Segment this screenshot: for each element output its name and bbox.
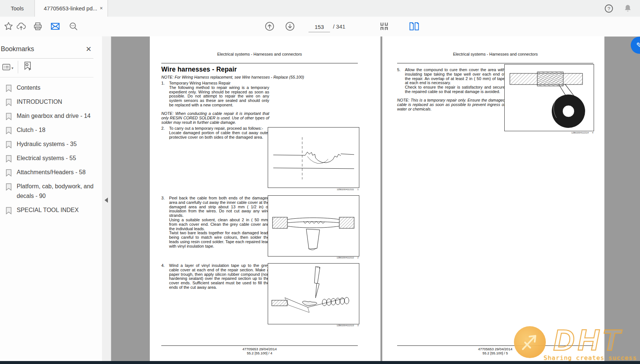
watermark-logo-circle bbox=[514, 326, 546, 358]
bottom-edge-bar bbox=[0, 361, 640, 364]
page-header: Electrical systems - Harnesses and conne… bbox=[185, 52, 334, 56]
note-replace: NOTE: For Wiring Harness replacement, se… bbox=[161, 75, 360, 80]
note-temporary: NOTE: This is a temporary repair only. E… bbox=[397, 98, 505, 111]
bookmark-label: Main gearbox and drive - 14 bbox=[17, 111, 90, 121]
page-thumbnails-icon[interactable] bbox=[379, 21, 389, 32]
bookmark-item-hydraulic[interactable]: Hydraulic systems - 35 bbox=[0, 137, 102, 151]
header-rule bbox=[161, 63, 358, 63]
tab-document[interactable]: 47705653-linked pd... × bbox=[34, 0, 108, 17]
document-tab-title: 47705653-linked pd... bbox=[44, 0, 97, 17]
bookmark-label: INTRODUCTION bbox=[17, 97, 62, 107]
figure-caption: 1ZB020041121133 bbox=[268, 324, 359, 327]
step-2: 2. To carry out a temporary repair, proc… bbox=[161, 126, 269, 139]
svg-text:?: ? bbox=[607, 6, 610, 11]
section-title: Wire harnesses - Repair bbox=[161, 66, 237, 73]
page-footer: 47705653 29/04/2014 55.2 [55.100] / 4 bbox=[161, 347, 358, 355]
email-icon[interactable] bbox=[50, 21, 60, 32]
step-5: 5. Allow the compound to cure then cover… bbox=[397, 68, 505, 94]
search-icon[interactable] bbox=[68, 21, 79, 32]
chevron-down-icon[interactable]: ▾ bbox=[11, 66, 13, 70]
figure-damaged-cable bbox=[268, 127, 359, 188]
tab-tools[interactable]: Tools bbox=[0, 0, 34, 17]
step-4: 4. Wind a layer of vinyl insulation tape… bbox=[161, 264, 269, 290]
print-icon[interactable] bbox=[33, 21, 43, 32]
panel-close-icon[interactable]: ✕ bbox=[85, 45, 93, 53]
footer-rule bbox=[161, 345, 358, 346]
collapse-panel-arrow-icon[interactable] bbox=[105, 198, 108, 203]
bookmark-item-main-gearbox[interactable]: Main gearbox and drive - 14 bbox=[0, 109, 102, 123]
watermark-brand: DHT bbox=[553, 323, 623, 357]
figure-caption: 1ZB020041121111 bbox=[268, 188, 359, 191]
page-number-input[interactable] bbox=[309, 21, 330, 32]
bookmark-icon bbox=[6, 169, 12, 177]
bookmark-label: Hydraulic systems - 35 bbox=[17, 139, 77, 149]
bookmark-label: Attachments/Headers - 58 bbox=[17, 168, 86, 177]
bookmark-item-introduction[interactable]: INTRODUCTION bbox=[0, 95, 102, 109]
main-toolbar: / 341 ✎ bbox=[0, 17, 640, 37]
bookmark-item-contents[interactable]: Contents bbox=[0, 81, 102, 95]
arrow-up-right-icon bbox=[514, 326, 546, 358]
tab-bar: Tools 47705653-linked pd... × ? bbox=[0, 0, 640, 17]
bookmark-icon bbox=[6, 113, 12, 120]
panel-toolbar-divider bbox=[18, 61, 18, 73]
figure-tape-roll bbox=[504, 64, 594, 131]
star-icon[interactable] bbox=[3, 21, 14, 32]
page-up-icon[interactable] bbox=[264, 21, 275, 32]
bookmark-item-electrical[interactable]: Electrical systems - 55 bbox=[0, 151, 102, 165]
figure-peeled-cable bbox=[268, 195, 359, 257]
page-total-label: / 341 bbox=[333, 17, 345, 36]
bookmarks-panel: Bookmarks ✕ ▾ Contents INTRODUCTION Main… bbox=[0, 36, 102, 364]
bookmark-label: Clutch - 18 bbox=[17, 125, 45, 135]
bookmark-label: Platform, cab, bodywork, and decals - 90 bbox=[17, 182, 99, 201]
page-down-icon[interactable] bbox=[285, 21, 295, 32]
pdf-page-left: Electrical systems - Harnesses and conne… bbox=[150, 36, 380, 362]
figure-soldering bbox=[268, 263, 359, 324]
pdf-page-right: Electrical systems - Harnesses and conne… bbox=[382, 36, 604, 362]
bookmarks-panel-title: Bookmarks bbox=[1, 45, 34, 53]
edit-fab-button[interactable]: ✎ bbox=[631, 37, 640, 54]
panel-separator bbox=[0, 77, 93, 77]
bookmark-label: SPECIAL TOOL INDEX bbox=[17, 205, 79, 215]
bookmark-label: Contents bbox=[17, 83, 40, 93]
bookmark-item-special-tool-index[interactable]: SPECIAL TOOL INDEX bbox=[0, 203, 102, 217]
cloud-upload-icon[interactable] bbox=[16, 21, 26, 32]
bookmark-item-attachments[interactable]: Attachments/Headers - 58 bbox=[0, 165, 102, 179]
bookmark-list: Contents INTRODUCTION Main gearbox and d… bbox=[0, 81, 102, 217]
page-header: Electrical systems - Harnesses and conne… bbox=[421, 52, 570, 56]
bookmark-icon bbox=[6, 85, 12, 92]
bookmark-icon bbox=[6, 155, 12, 163]
header-rule bbox=[397, 63, 593, 63]
watermark-tagline: Sharing creates success bbox=[544, 354, 637, 361]
bookmark-icon bbox=[6, 207, 12, 215]
bookmark-item-clutch[interactable]: Clutch - 18 bbox=[0, 123, 102, 137]
panel-separator bbox=[0, 58, 93, 59]
step-1: 1. Temporary Wiring Harness Repair The f… bbox=[161, 81, 269, 107]
bookmark-item-platform[interactable]: Platform, cab, bodywork, and decals - 90 bbox=[0, 179, 102, 203]
locate-bookmark-icon[interactable] bbox=[22, 61, 33, 72]
figure-caption: 1ZB020041121144 bbox=[504, 132, 593, 134]
bookmark-icon bbox=[6, 183, 12, 191]
bookmark-icon bbox=[6, 127, 12, 135]
bell-icon[interactable] bbox=[623, 4, 633, 13]
step-3: 3. Peel back the cable from both ends of… bbox=[161, 196, 269, 249]
bookmark-icon bbox=[6, 99, 12, 106]
two-page-view-icon[interactable] bbox=[409, 21, 419, 32]
bookmark-options-icon[interactable] bbox=[1, 62, 11, 72]
close-icon[interactable]: × bbox=[98, 5, 105, 11]
figure-caption: 1ZB020041121122 bbox=[268, 257, 359, 259]
note-solder: NOTE: When conducting a cable repair it … bbox=[161, 112, 269, 125]
bookmark-icon bbox=[6, 141, 12, 149]
bookmark-label: Electrical systems - 55 bbox=[17, 153, 76, 163]
help-icon[interactable]: ? bbox=[604, 4, 614, 13]
